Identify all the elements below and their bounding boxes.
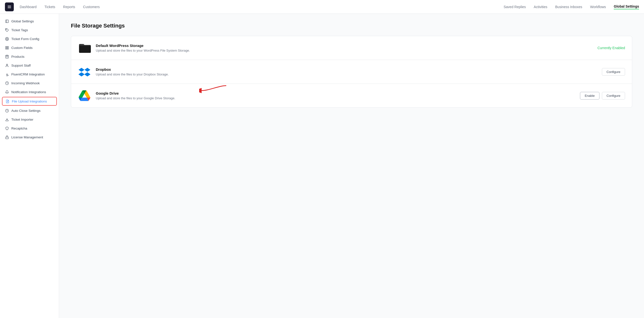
wordpress-logo [78, 41, 91, 54]
svg-rect-14 [6, 137, 8, 139]
svg-rect-4 [6, 46, 6, 47]
sidebar-label-ticket-tags: Ticket Tags [11, 28, 28, 32]
googledrive-enable-button[interactable]: Enable [580, 92, 599, 100]
svg-point-10 [6, 74, 8, 75]
sidebar-item-file-upload-integrations[interactable]: File Upload Integrations [2, 97, 57, 106]
sidebar-label-fluentcrm: FluentCRM Integration [11, 72, 45, 76]
sidebar-item-support-staff[interactable]: Support Staff [0, 61, 59, 70]
nav-right: Saved Replies Activities Business Inboxe… [504, 4, 639, 9]
nav-workflows[interactable]: Workflows [590, 5, 606, 9]
googledrive-action: Enable Configure [580, 92, 625, 100]
sidebar-item-products[interactable]: Products [0, 52, 59, 61]
lock-icon [5, 135, 9, 139]
storage-card-wordpress: Default WordPress Storage Upload and sto… [71, 36, 632, 60]
wordpress-desc: Upload and store the files to your WordP… [96, 49, 592, 52]
sidebar-item-custom-fields[interactable]: Custom Fields [0, 43, 59, 52]
sidebar-item-fluentcrm[interactable]: FluentCRM Integration [0, 70, 59, 79]
dropbox-action: Configure [602, 68, 625, 76]
nav-global-settings[interactable]: Global Settings [614, 4, 639, 9]
nav-left: Dashboard Tickets Reports Customers [20, 5, 504, 9]
svg-rect-7 [7, 48, 8, 49]
sidebar-label-incoming-webhook: Incoming Webhook [11, 81, 40, 85]
nav-business-inboxes[interactable]: Business Inboxes [555, 5, 582, 9]
wordpress-info: Default WordPress Storage Upload and sto… [96, 43, 592, 52]
gear-icon [5, 37, 9, 41]
dropbox-logo [78, 65, 91, 78]
app-logo[interactable] [5, 2, 14, 11]
wordpress-action: Currently Enabled [598, 46, 625, 50]
sidebar-label-support-staff: Support Staff [11, 64, 31, 67]
download-icon [5, 118, 9, 121]
svg-marker-20 [78, 72, 84, 76]
svg-marker-19 [84, 72, 90, 76]
dropbox-info: Dropbox Upload and store the files to yo… [96, 67, 597, 76]
sidebar-item-ticket-form-config[interactable]: Ticket Form Config [0, 34, 59, 43]
googledrive-logo [78, 89, 91, 102]
page-title: File Storage Settings [71, 23, 632, 29]
upload-file-icon [6, 99, 9, 103]
sidebar-label-custom-fields: Custom Fields [11, 46, 32, 50]
sidebar-label-products: Products [11, 55, 24, 58]
svg-point-9 [6, 64, 8, 65]
wordpress-name: Default WordPress Storage [96, 43, 592, 48]
googledrive-name: Google Drive [96, 91, 575, 95]
sidebar-item-recaptcha[interactable]: Recaptcha [0, 124, 59, 133]
grid-icon [5, 46, 9, 50]
storage-cards-container: Default WordPress Storage Upload and sto… [71, 36, 632, 108]
svg-point-3 [6, 38, 8, 39]
clock-icon [5, 109, 9, 113]
sidebar-item-incoming-webhook[interactable]: Incoming Webhook [0, 79, 59, 87]
googledrive-configure-button[interactable]: Configure [602, 92, 625, 100]
status-badge-wordpress: Currently Enabled [598, 46, 625, 50]
sidebar-label-file-upload-integrations: File Upload Integrations [12, 100, 47, 103]
storage-card-dropbox: Dropbox Upload and store the files to yo… [71, 60, 632, 84]
sidebar-item-auto-close-settings[interactable]: Auto Close Settings [0, 106, 59, 115]
webhook-icon [5, 81, 9, 85]
main-content: File Storage Settings Default WordPress … [59, 14, 644, 318]
sidebar: Global Settings Ticket Tags Ticket Form … [0, 14, 59, 318]
sidebar-item-ticket-importer[interactable]: Ticket Importer [0, 115, 59, 124]
svg-point-2 [6, 29, 6, 29]
sidebar-item-global-settings[interactable]: Global Settings [0, 17, 59, 25]
svg-rect-5 [7, 46, 8, 47]
sidebar-label-license-management: License Management [11, 135, 43, 139]
nav-dashboard[interactable]: Dashboard [20, 5, 37, 9]
bell-icon [5, 90, 9, 94]
dropbox-name: Dropbox [96, 67, 597, 72]
svg-marker-15 [78, 68, 84, 72]
sidebar-label-notification-integrations: Notification Integrations [11, 90, 46, 94]
nav-activities[interactable]: Activities [534, 5, 547, 9]
user-icon [5, 63, 9, 67]
sidebar-label-auto-close-settings: Auto Close Settings [11, 109, 40, 113]
sidebar-item-notification-integrations[interactable]: Notification Integrations [0, 87, 59, 96]
top-nav: Dashboard Tickets Reports Customers Save… [0, 0, 644, 14]
dropbox-desc: Upload and store the files to your Dropb… [96, 72, 597, 76]
sidebar-label-recaptcha: Recaptcha [11, 127, 27, 130]
sidebar-label-global-settings: Global Settings [11, 19, 34, 23]
layout: Global Settings Ticket Tags Ticket Form … [0, 14, 644, 318]
svg-rect-6 [6, 48, 6, 49]
googledrive-desc: Upload and store the files to your Googl… [96, 96, 575, 100]
shopping-bag-icon [5, 55, 9, 58]
sidebar-label-ticket-form-config: Ticket Form Config [11, 37, 40, 41]
dropbox-configure-button[interactable]: Configure [602, 68, 625, 76]
file-icon [5, 19, 9, 23]
googledrive-info: Google Drive Upload and store the files … [96, 91, 575, 100]
crm-gear-icon [5, 72, 9, 76]
sidebar-item-ticket-tags[interactable]: Ticket Tags [0, 25, 59, 34]
nav-reports[interactable]: Reports [63, 5, 75, 9]
sidebar-item-license-management[interactable]: License Management [0, 133, 59, 142]
shield-icon [5, 126, 9, 130]
nav-tickets[interactable]: Tickets [44, 5, 56, 9]
storage-card-googledrive: Google Drive Upload and store the files … [71, 84, 632, 107]
svg-rect-0 [6, 20, 8, 22]
svg-marker-16 [84, 68, 90, 72]
nav-saved-replies[interactable]: Saved Replies [504, 5, 526, 9]
sidebar-label-ticket-importer: Ticket Importer [11, 118, 34, 121]
nav-customers[interactable]: Customers [83, 5, 100, 9]
tag-icon [5, 28, 9, 32]
